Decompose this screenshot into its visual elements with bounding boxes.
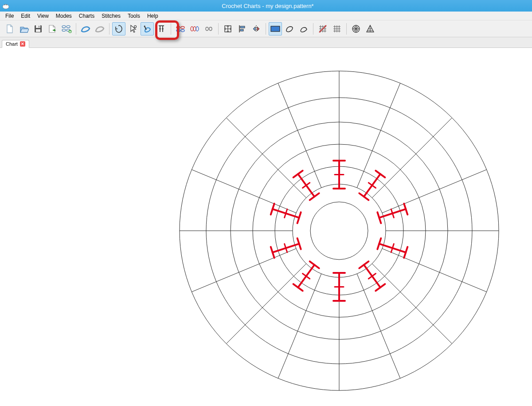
svg-line-96 [359,261,368,268]
shape-b-icon[interactable] [297,22,310,35]
open-file-icon[interactable] [17,22,31,35]
tab-chart[interactable]: Chart ✕ [2,40,29,48]
grid-off-icon[interactable] [316,22,329,35]
toolbar-separator [346,23,347,35]
svg-point-57 [293,184,386,277]
menu-tools[interactable]: Tools [124,12,144,20]
svg-point-21 [181,26,184,28]
svg-point-24 [191,27,193,31]
pointer-tool-icon[interactable] [126,22,140,35]
round-chart[interactable] [0,48,532,406]
close-icon[interactable]: ✕ [20,41,25,47]
svg-line-84 [359,193,368,200]
svg-point-8 [66,25,70,28]
toolbar-separator [76,23,76,35]
grid-on-icon[interactable] [330,22,344,35]
svg-line-73 [226,118,306,197]
svg-line-77 [372,118,452,197]
svg-line-78 [382,169,487,213]
svg-line-72 [192,169,296,213]
triangle-chart-icon[interactable] [364,22,377,35]
svg-point-26 [196,27,199,31]
svg-line-104 [310,261,319,268]
svg-point-0 [3,4,9,9]
svg-rect-29 [240,26,245,28]
svg-line-70 [192,248,296,292]
export-icon[interactable] [46,22,59,35]
svg-rect-5 [36,29,40,32]
svg-line-97 [376,284,385,291]
svg-point-1 [4,4,5,5]
svg-line-85 [376,171,385,177]
svg-rect-32 [271,26,280,32]
menu-view[interactable]: View [34,12,52,20]
menu-modes[interactable]: Modes [52,12,75,20]
svg-rect-30 [240,29,243,31]
menu-charts[interactable]: Charts [75,12,98,20]
svg-rect-6 [39,26,39,28]
svg-point-56 [310,202,368,260]
stitch-tool-icon[interactable] [141,22,154,35]
menu-stitches[interactable]: Stitches [98,12,124,20]
canvas-area[interactable] [0,48,532,406]
toolbar-separator [109,23,110,35]
toolbar-separator [218,23,219,35]
svg-line-116 [310,193,319,200]
svg-line-105 [293,284,303,291]
svg-point-7 [62,25,66,28]
save-icon[interactable] [31,22,45,35]
background-color-icon[interactable] [269,22,282,35]
shape-a-icon[interactable] [283,22,296,35]
svg-line-118 [303,183,310,188]
svg-point-25 [193,27,196,31]
menu-file[interactable]: File [2,12,17,20]
round-chart-icon[interactable] [349,22,363,35]
svg-line-106 [303,273,310,279]
move-icon[interactable] [221,22,235,35]
toolbar-separator [313,23,313,35]
svg-line-64 [382,248,487,292]
chain-v-icon[interactable] [188,22,201,35]
svg-line-69 [226,264,306,343]
highlight-box [155,20,179,40]
blue-chain-icon[interactable] [79,22,92,35]
svg-point-13 [134,25,137,28]
menu-help[interactable]: Help [144,12,162,20]
menu-bar: File Edit View Modes Charts Stitches Too… [0,12,532,20]
tab-label: Chart [6,41,18,47]
gray-chain-icon[interactable] [93,22,106,35]
select-tool-icon[interactable] [112,22,125,35]
toolbar-separator [266,23,266,35]
svg-point-9 [62,29,66,31]
menu-edit[interactable]: Edit [17,12,34,20]
app-icon [2,2,10,10]
window-title: Crochet Charts - my design.pattern* [13,3,530,9]
svg-point-2 [6,4,7,5]
svg-line-98 [368,273,376,279]
svg-line-86 [368,183,376,188]
align-icon[interactable] [235,22,249,35]
chain-loop-icon[interactable] [202,22,215,35]
mirror-icon[interactable] [250,22,263,35]
new-file-icon[interactable] [3,22,16,35]
tab-bar: Chart ✕ [0,37,532,48]
toolbar [0,20,532,37]
svg-line-117 [293,171,303,177]
svg-rect-4 [36,25,40,28]
stitch-palette-icon[interactable] [60,22,73,35]
svg-point-23 [181,29,184,32]
svg-line-65 [372,264,452,343]
title-bar: Crochet Charts - my design.pattern* [0,0,532,12]
